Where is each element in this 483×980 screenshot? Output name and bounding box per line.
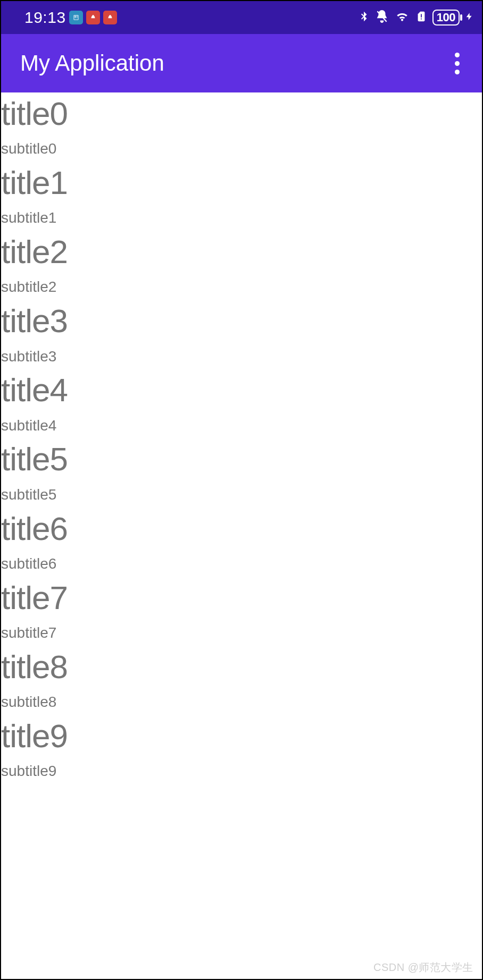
watermark: CSDN @师范大学生 (373, 960, 473, 975)
list-item[interactable]: title3 subtitle3 (1, 300, 482, 369)
status-bar-right: 100 (358, 9, 473, 26)
list-item-subtitle: subtitle4 (1, 418, 482, 434)
list-item-title: title0 (1, 95, 482, 132)
list-item-title: title2 (1, 233, 482, 271)
svg-rect-1 (421, 19, 422, 20)
list-item-title: title6 (1, 510, 482, 547)
mute-icon (375, 10, 389, 26)
list-item[interactable]: title9 subtitle9 (1, 715, 482, 784)
list-item[interactable]: title7 subtitle7 (1, 577, 482, 646)
list-view[interactable]: title0 subtitle0 title1 subtitle1 title2… (1, 92, 482, 784)
list-item-subtitle: subtitle8 (1, 694, 482, 711)
svg-rect-0 (421, 14, 422, 17)
status-bar-left: 19:13 (10, 9, 117, 27)
list-item[interactable]: title8 subtitle8 (1, 646, 482, 715)
wifi-icon (394, 10, 410, 26)
usb-icon (69, 11, 83, 24)
list-item[interactable]: title1 subtitle1 (1, 162, 482, 231)
status-time: 19:13 (24, 9, 66, 27)
list-item-subtitle: subtitle9 (1, 763, 482, 780)
list-item-subtitle: subtitle3 (1, 349, 482, 365)
list-item-subtitle: subtitle6 (1, 556, 482, 572)
list-item-subtitle: subtitle0 (1, 141, 482, 157)
sim-alert-icon (415, 9, 427, 26)
status-bar: 19:13 100 (1, 1, 482, 34)
app-bar: My Application (1, 34, 482, 92)
list-item[interactable]: title0 subtitle0 (1, 92, 482, 162)
list-item-title: title8 (1, 648, 482, 686)
huawei-icon-2 (103, 11, 117, 24)
list-item-title: title3 (1, 302, 482, 340)
list-item-title: title1 (1, 164, 482, 201)
more-options-icon[interactable] (452, 49, 463, 78)
list-item-title: title7 (1, 579, 482, 616)
app-title: My Application (20, 50, 164, 76)
bluetooth-icon (358, 10, 370, 26)
list-item-subtitle: subtitle5 (1, 487, 482, 503)
charging-icon (465, 9, 473, 26)
list-item-subtitle: subtitle1 (1, 210, 482, 226)
battery-indicator: 100 (432, 10, 460, 26)
list-item-title: title4 (1, 371, 482, 409)
battery-text: 100 (437, 11, 455, 24)
list-item[interactable]: title4 subtitle4 (1, 369, 482, 438)
list-item-title: title9 (1, 717, 482, 755)
huawei-icon-1 (86, 11, 100, 24)
list-item-subtitle: subtitle2 (1, 279, 482, 295)
list-item[interactable]: title2 subtitle2 (1, 231, 482, 300)
list-item[interactable]: title5 subtitle5 (1, 438, 482, 507)
list-item-title: title5 (1, 440, 482, 478)
list-item-subtitle: subtitle7 (1, 625, 482, 641)
list-item[interactable]: title6 subtitle6 (1, 508, 482, 577)
